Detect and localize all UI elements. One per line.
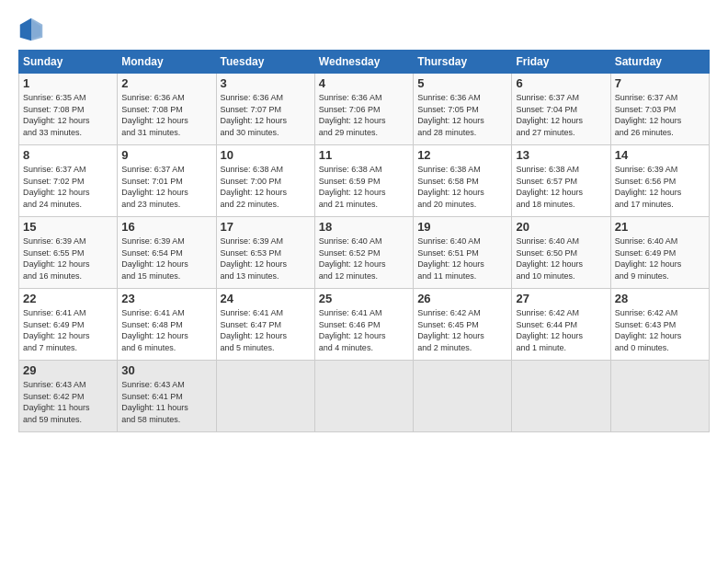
day-number: 14	[615, 148, 705, 162]
day-info: Sunrise: 6:41 AMSunset: 6:47 PMDaylight:…	[221, 307, 311, 353]
calendar-cell: 14Sunrise: 6:39 AMSunset: 6:56 PMDayligh…	[610, 145, 709, 217]
calendar-cell: 12Sunrise: 6:38 AMSunset: 6:58 PMDayligh…	[414, 145, 512, 217]
day-info: Sunrise: 6:43 AMSunset: 6:42 PMDaylight:…	[23, 379, 113, 425]
day-info: Sunrise: 6:38 AMSunset: 6:57 PMDaylight:…	[516, 164, 606, 210]
calendar-cell: 7Sunrise: 6:37 AMSunset: 7:03 PMDaylight…	[610, 74, 709, 145]
svg-marker-1	[31, 18, 42, 41]
calendar-table: SundayMondayTuesdayWednesdayThursdayFrid…	[18, 50, 710, 432]
header-row: SundayMondayTuesdayWednesdayThursdayFrid…	[19, 51, 710, 74]
header-day-tuesday: Tuesday	[216, 51, 314, 74]
day-info: Sunrise: 6:41 AMSunset: 6:46 PMDaylight:…	[319, 307, 409, 353]
day-info: Sunrise: 6:40 AMSunset: 6:49 PMDaylight:…	[615, 236, 705, 282]
day-info: Sunrise: 6:39 AMSunset: 6:54 PMDaylight:…	[121, 236, 211, 282]
calendar-cell	[314, 361, 413, 432]
day-number: 1	[23, 76, 113, 90]
week-row-4: 22Sunrise: 6:41 AMSunset: 6:49 PMDayligh…	[19, 289, 710, 361]
calendar-cell: 3Sunrise: 6:36 AMSunset: 7:07 PMDaylight…	[216, 74, 314, 145]
day-info: Sunrise: 6:36 AMSunset: 7:08 PMDaylight:…	[121, 92, 211, 138]
calendar-cell: 11Sunrise: 6:38 AMSunset: 6:59 PMDayligh…	[314, 145, 413, 217]
calendar-cell: 10Sunrise: 6:38 AMSunset: 7:00 PMDayligh…	[216, 145, 314, 217]
day-number: 29	[23, 363, 113, 377]
day-info: Sunrise: 6:39 AMSunset: 6:56 PMDaylight:…	[615, 164, 705, 210]
day-number: 26	[417, 292, 507, 305]
header	[18, 17, 710, 42]
day-info: Sunrise: 6:39 AMSunset: 6:53 PMDaylight:…	[221, 236, 311, 282]
day-number: 5	[417, 76, 507, 90]
day-info: Sunrise: 6:40 AMSunset: 6:51 PMDaylight:…	[417, 236, 507, 282]
day-info: Sunrise: 6:39 AMSunset: 6:55 PMDaylight:…	[23, 236, 113, 282]
header-day-monday: Monday	[118, 51, 216, 74]
day-number: 27	[516, 292, 606, 305]
logo	[18, 17, 48, 42]
day-number: 11	[319, 148, 409, 162]
calendar-cell: 25Sunrise: 6:41 AMSunset: 6:46 PMDayligh…	[314, 289, 413, 361]
day-number: 6	[516, 76, 606, 90]
week-row-2: 8Sunrise: 6:37 AMSunset: 7:02 PMDaylight…	[19, 145, 710, 217]
calendar-cell: 6Sunrise: 6:37 AMSunset: 7:04 PMDaylight…	[512, 74, 610, 145]
day-number: 13	[516, 148, 606, 162]
day-number: 20	[516, 220, 606, 234]
calendar-cell: 18Sunrise: 6:40 AMSunset: 6:52 PMDayligh…	[314, 217, 413, 289]
day-info: Sunrise: 6:36 AMSunset: 7:07 PMDaylight:…	[221, 92, 311, 138]
day-number: 24	[221, 292, 311, 305]
day-info: Sunrise: 6:42 AMSunset: 6:45 PMDaylight:…	[417, 307, 507, 353]
calendar-cell: 28Sunrise: 6:42 AMSunset: 6:43 PMDayligh…	[610, 289, 709, 361]
day-number: 4	[319, 76, 409, 90]
header-day-wednesday: Wednesday	[314, 51, 413, 74]
day-info: Sunrise: 6:40 AMSunset: 6:52 PMDaylight:…	[319, 236, 409, 282]
calendar-cell: 23Sunrise: 6:41 AMSunset: 6:48 PMDayligh…	[118, 289, 216, 361]
day-number: 9	[121, 148, 211, 162]
day-info: Sunrise: 6:42 AMSunset: 6:43 PMDaylight:…	[615, 307, 705, 353]
calendar-cell: 24Sunrise: 6:41 AMSunset: 6:47 PMDayligh…	[216, 289, 314, 361]
calendar-cell: 8Sunrise: 6:37 AMSunset: 7:02 PMDaylight…	[19, 145, 118, 217]
day-info: Sunrise: 6:41 AMSunset: 6:49 PMDaylight:…	[23, 307, 113, 353]
calendar-cell: 17Sunrise: 6:39 AMSunset: 6:53 PMDayligh…	[216, 217, 314, 289]
header-day-friday: Friday	[512, 51, 610, 74]
day-info: Sunrise: 6:37 AMSunset: 7:03 PMDaylight:…	[615, 92, 705, 138]
day-info: Sunrise: 6:42 AMSunset: 6:44 PMDaylight:…	[516, 307, 606, 353]
calendar-cell: 5Sunrise: 6:36 AMSunset: 7:05 PMDaylight…	[414, 74, 512, 145]
calendar-cell: 30Sunrise: 6:43 AMSunset: 6:41 PMDayligh…	[118, 361, 216, 432]
calendar-cell: 19Sunrise: 6:40 AMSunset: 6:51 PMDayligh…	[414, 217, 512, 289]
day-info: Sunrise: 6:35 AMSunset: 7:08 PMDaylight:…	[23, 92, 113, 138]
day-info: Sunrise: 6:38 AMSunset: 6:58 PMDaylight:…	[417, 164, 507, 210]
calendar-cell: 4Sunrise: 6:36 AMSunset: 7:06 PMDaylight…	[314, 74, 413, 145]
calendar-cell: 29Sunrise: 6:43 AMSunset: 6:42 PMDayligh…	[19, 361, 118, 432]
day-number: 7	[615, 76, 705, 90]
day-info: Sunrise: 6:37 AMSunset: 7:02 PMDaylight:…	[23, 164, 113, 210]
day-number: 3	[221, 76, 311, 90]
calendar-cell	[216, 361, 314, 432]
day-number: 17	[221, 220, 311, 234]
day-number: 21	[615, 220, 705, 234]
calendar-cell: 27Sunrise: 6:42 AMSunset: 6:44 PMDayligh…	[512, 289, 610, 361]
day-number: 10	[221, 148, 311, 162]
calendar-body: 1Sunrise: 6:35 AMSunset: 7:08 PMDaylight…	[19, 74, 710, 432]
day-number: 25	[319, 292, 409, 305]
day-number: 16	[121, 220, 211, 234]
calendar-cell: 9Sunrise: 6:37 AMSunset: 7:01 PMDaylight…	[118, 145, 216, 217]
day-number: 8	[23, 148, 113, 162]
day-info: Sunrise: 6:38 AMSunset: 6:59 PMDaylight:…	[319, 164, 409, 210]
logo-icon	[18, 17, 44, 42]
day-number: 23	[121, 292, 211, 305]
calendar-cell: 16Sunrise: 6:39 AMSunset: 6:54 PMDayligh…	[118, 217, 216, 289]
day-info: Sunrise: 6:37 AMSunset: 7:01 PMDaylight:…	[121, 164, 211, 210]
calendar-cell: 22Sunrise: 6:41 AMSunset: 6:49 PMDayligh…	[19, 289, 118, 361]
svg-marker-2	[20, 18, 31, 41]
day-info: Sunrise: 6:36 AMSunset: 7:06 PMDaylight:…	[319, 92, 409, 138]
calendar-cell: 26Sunrise: 6:42 AMSunset: 6:45 PMDayligh…	[414, 289, 512, 361]
day-number: 2	[121, 76, 211, 90]
day-number: 18	[319, 220, 409, 234]
calendar-cell	[610, 361, 709, 432]
day-info: Sunrise: 6:40 AMSunset: 6:50 PMDaylight:…	[516, 236, 606, 282]
header-day-thursday: Thursday	[414, 51, 512, 74]
calendar-cell: 1Sunrise: 6:35 AMSunset: 7:08 PMDaylight…	[19, 74, 118, 145]
week-row-5: 29Sunrise: 6:43 AMSunset: 6:42 PMDayligh…	[19, 361, 710, 432]
day-number: 15	[23, 220, 113, 234]
day-info: Sunrise: 6:43 AMSunset: 6:41 PMDaylight:…	[121, 379, 211, 425]
day-info: Sunrise: 6:41 AMSunset: 6:48 PMDaylight:…	[121, 307, 211, 353]
header-day-saturday: Saturday	[610, 51, 709, 74]
day-info: Sunrise: 6:37 AMSunset: 7:04 PMDaylight:…	[516, 92, 606, 138]
calendar-cell: 20Sunrise: 6:40 AMSunset: 6:50 PMDayligh…	[512, 217, 610, 289]
calendar-cell: 15Sunrise: 6:39 AMSunset: 6:55 PMDayligh…	[19, 217, 118, 289]
